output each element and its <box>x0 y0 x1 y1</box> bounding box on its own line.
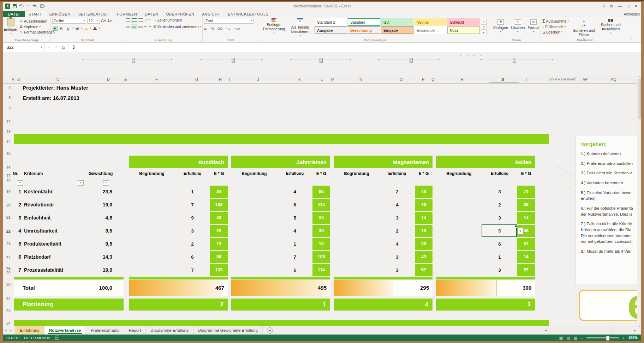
page-layout-view-icon[interactable]: ▤ <box>566 336 570 340</box>
cell-eg[interactable]: 48 <box>415 186 433 198</box>
cell-eg[interactable]: 10 <box>312 238 330 250</box>
clear-button[interactable]: ◢Löschen▾ <box>542 30 569 34</box>
col-header-L[interactable]: L <box>321 76 323 83</box>
cancel-icon[interactable]: × <box>48 45 50 49</box>
col-header-M[interactable]: M <box>331 76 334 83</box>
variant-header-rollen[interactable]: Rollen <box>436 156 535 168</box>
zoom-in-icon[interactable]: + <box>622 336 625 340</box>
cell-erfuellung[interactable]: 2 <box>482 198 517 211</box>
fill-color-icon[interactable]: ▱ <box>84 26 88 30</box>
cell-eg[interactable]: 86 <box>210 251 228 263</box>
cell-nr[interactable]: 5 <box>13 237 21 251</box>
cell-erfuellung[interactable]: 1 <box>482 251 517 264</box>
zoom-slider[interactable] <box>586 337 619 338</box>
col-header-D[interactable]: D <box>107 76 110 83</box>
cell-gewichtung[interactable]: 14,3 <box>84 251 112 264</box>
collapse-ribbon-icon[interactable]: ^ <box>631 37 632 41</box>
comma-style-icon[interactable]: 000 <box>217 27 222 30</box>
col-header-G[interactable]: G <box>195 76 198 83</box>
cell-eg[interactable]: 57 <box>517 264 535 276</box>
conditional-formatting-button[interactable]: Bedingte Formatierung▾ <box>261 18 287 37</box>
cell-kriterium[interactable]: Umrüstbarkeit <box>24 224 58 237</box>
total-label-cell[interactable]: Total 100,0 <box>14 280 124 296</box>
tab-daten[interactable]: DATEN <box>141 11 162 17</box>
cell-kriterium[interactable]: Einfachheit <box>24 211 50 224</box>
cell-eg[interactable]: 133 <box>210 264 228 276</box>
scroll-up-icon[interactable]: ▲ <box>638 75 640 78</box>
col-header-AQ[interactable]: AQ <box>611 76 616 83</box>
style-neutral[interactable]: Neutral <box>414 18 447 26</box>
cell-erfuellung[interactable]: 5 <box>277 211 312 224</box>
row-header-7[interactable]: 7 <box>3 85 11 90</box>
col-header-O[interactable]: O <box>400 76 403 83</box>
align-middle-icon[interactable] <box>132 18 137 22</box>
cell-erstellt-am[interactable]: Erstellt am: 16.07.2013 <box>23 95 79 101</box>
style-notiz[interactable]: Notiz <box>447 26 480 34</box>
cell-eg[interactable]: 57 <box>517 238 535 250</box>
cell-erfuellung[interactable]: 9 <box>175 211 210 224</box>
cell-eg[interactable]: 114 <box>312 199 330 211</box>
minimize-button[interactable]: — <box>618 4 622 8</box>
col-header-E[interactable]: E <box>124 76 127 83</box>
col-header-B[interactable]: B <box>17 76 20 83</box>
tab-einfuegen[interactable]: EINFÜGEN <box>46 11 74 17</box>
cell-eg[interactable]: 19 <box>415 225 433 237</box>
tab-entwicklertools[interactable]: ENTWICKLERTOOLS <box>224 11 272 17</box>
page-break-view-icon[interactable]: ▥ <box>574 336 578 340</box>
filter-dropdown-icon[interactable]: ▾ <box>78 180 84 186</box>
filter-dropdown-icon[interactable]: ▾ <box>103 180 109 186</box>
variant-header-rundtisch[interactable]: Rundtisch <box>129 156 228 168</box>
cell-eg[interactable]: 43 <box>210 212 228 224</box>
style-ausgabe[interactable]: Ausgabe <box>315 26 347 34</box>
tab-start[interactable]: START <box>25 11 46 17</box>
cell-gewichtung[interactable]: 19,0 <box>84 198 112 211</box>
borders-icon[interactable]: ⊞ <box>76 26 79 31</box>
sheet-tab-praeferenzmatrix[interactable]: Präferenzmatrix <box>86 326 124 335</box>
cell-erfuellung[interactable]: 4 <box>277 224 312 237</box>
tab-seitenlayout[interactable]: SEITENLAYOUT <box>74 11 113 17</box>
cell-nr[interactable]: 1 <box>13 185 21 198</box>
platzierung-label-cell[interactable]: Platzierung <box>14 299 124 311</box>
hscroll-right-icon[interactable]: ▸ <box>634 326 636 335</box>
hscroll-left-icon[interactable]: ◂ <box>545 326 547 335</box>
percent-style-icon[interactable]: % <box>211 26 215 31</box>
cell-kriterium[interactable]: Platzbedarf <box>24 251 50 264</box>
cell-nr[interactable]: 4 <box>13 224 21 237</box>
cell-kriterium[interactable]: Prozessstabilität <box>24 264 63 277</box>
bold-button[interactable]: F <box>52 26 57 30</box>
embedded-scrollbar[interactable]: ◂▸ <box>201 57 263 63</box>
cell-gewichtung[interactable]: 19,0 <box>84 264 112 277</box>
align-right-icon[interactable] <box>138 25 143 28</box>
enter-icon[interactable]: ✓ <box>54 45 58 50</box>
platzierung-rollen[interactable]: 3 <box>436 299 535 311</box>
find-select-button[interactable]: Suchen und Auswählen▾ <box>599 18 622 40</box>
col-header-A[interactable]: A <box>12 76 14 83</box>
cell-eg[interactable]: 43 <box>415 251 433 263</box>
scroll-thumb[interactable] <box>638 79 641 119</box>
row-header-8[interactable]: 8 <box>3 95 11 101</box>
increase-indent-icon[interactable]: ⇥ <box>149 25 151 28</box>
col-header-R[interactable]: R <box>461 76 464 83</box>
sort-filter-button[interactable]: AZ▼ Sortieren und Filtern▾ <box>572 18 596 40</box>
cell-erfuellung[interactable]: 3 <box>380 211 415 224</box>
embedded-scrollbar[interactable]: ◂▸ <box>378 57 439 63</box>
grow-font-icon[interactable]: A˄ <box>101 18 106 23</box>
undo-icon[interactable]: ↶▾ <box>19 4 24 8</box>
style-standard[interactable]: Standard <box>348 18 380 26</box>
font-dialog-launcher[interactable]: ⌟ <box>121 38 123 42</box>
col-header-J[interactable]: J <box>257 76 259 83</box>
sheet-tab-diagramme-erfuellung[interactable]: Diagramme Erfüllung <box>146 326 193 335</box>
font-family-combo[interactable]: Calibri▾ <box>52 18 86 24</box>
variant-header-magnetriemen[interactable]: Magnetriemen <box>334 156 433 168</box>
italic-button[interactable]: K <box>59 26 64 30</box>
cell-eg[interactable]: 14 <box>415 212 433 224</box>
prev-sheet-icon[interactable]: ◂ <box>5 329 7 332</box>
print-preview-icon[interactable]: ▤▾ <box>40 4 45 8</box>
cell-erfuellung[interactable]: 4 <box>380 198 415 211</box>
row-header-9[interactable]: 9 <box>3 105 11 111</box>
sheet-tab-report[interactable]: Report <box>124 326 146 335</box>
number-dialog-launcher[interactable]: ⌟ <box>256 38 258 42</box>
autosum-button[interactable]: ΣAutoSumme▾ <box>542 19 569 24</box>
style-standard2[interactable]: Standard 2 <box>315 18 347 26</box>
embedded-scrollbar[interactable]: ◂▸ <box>480 57 553 63</box>
